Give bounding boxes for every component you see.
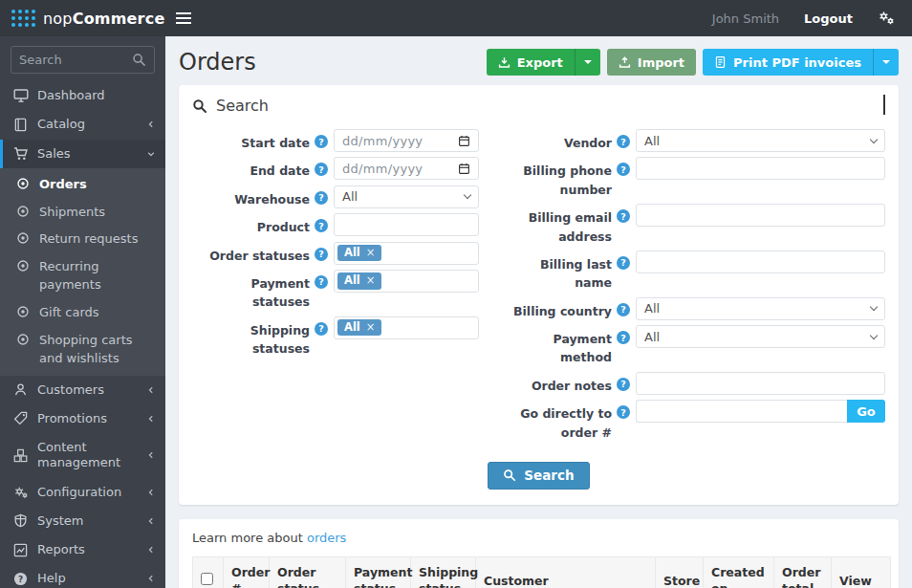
export-button[interactable]: Export [487, 49, 600, 76]
start-date-placeholder: dd/mm/yyyy [342, 134, 423, 148]
sidebar-item-system[interactable]: System [0, 507, 165, 535]
sidebar-item-label: Orders [39, 176, 87, 194]
payment-method-value: All [644, 330, 660, 344]
print-dropdown-caret[interactable] [873, 49, 899, 76]
remove-tag-icon[interactable] [366, 322, 376, 334]
search-button-label: Search [524, 468, 574, 483]
shipping-statuses-multiselect[interactable]: All [334, 316, 479, 339]
chevron-left-icon [146, 450, 156, 460]
field-order-statuses: Order statuses All [192, 242, 479, 265]
remove-tag-icon[interactable] [366, 248, 376, 259]
collapse-panel-button[interactable] [883, 97, 885, 115]
help-icon[interactable] [617, 405, 630, 419]
orders-grid-panel: Learn more about orders Order # Order st… [179, 519, 899, 588]
current-user-label: John Smith [712, 11, 779, 26]
order-notes-input[interactable] [636, 372, 885, 395]
vendor-select[interactable]: All [636, 129, 885, 152]
billing-last-name-input[interactable] [636, 250, 885, 273]
sidebar-item-label: System [37, 513, 138, 529]
sidebar-item-shopping-carts[interactable]: Shopping carts and wishlists [0, 327, 165, 373]
remove-tag-icon[interactable] [366, 275, 376, 287]
gears-icon[interactable] [878, 11, 895, 26]
help-icon[interactable] [617, 303, 630, 316]
sidebar-item-reports[interactable]: Reports [0, 535, 165, 564]
sidebar-item-content-management[interactable]: Content management [0, 433, 165, 478]
sidebar-item-recurring-payments[interactable]: Recurring payments [0, 253, 165, 299]
calendar-icon[interactable] [458, 163, 470, 175]
search-icon[interactable] [132, 53, 146, 67]
orders-docs-link[interactable]: orders [307, 531, 346, 545]
calendar-icon[interactable] [458, 135, 470, 147]
end-date-input[interactable]: dd/mm/yyyy [334, 157, 479, 180]
payment-method-label: Payment method [504, 330, 612, 367]
sidebar-item-gift-cards[interactable]: Gift cards [0, 299, 165, 327]
payment-method-select[interactable]: All [636, 325, 885, 348]
sidebar-item-sales[interactable]: Sales [0, 140, 165, 168]
go-button[interactable]: Go [847, 400, 885, 423]
tag-label: All [344, 248, 360, 259]
billing-email-input[interactable] [636, 204, 885, 227]
selected-tag: All [337, 272, 381, 290]
help-icon[interactable] [617, 163, 630, 176]
import-button-label: Import [638, 55, 684, 70]
brand-logo[interactable]: nopCommerce [0, 0, 165, 36]
chevron-down-icon [870, 303, 878, 311]
help-icon[interactable] [617, 135, 630, 148]
user-icon [12, 382, 29, 397]
sidebar-item-promotions[interactable]: Promotions [0, 404, 165, 433]
product-input[interactable] [334, 213, 479, 236]
sidebar-item-catalog[interactable]: Catalog [0, 110, 165, 139]
warehouse-select[interactable]: All [334, 185, 479, 208]
help-icon[interactable] [617, 378, 630, 391]
help-icon[interactable] [315, 219, 328, 232]
chevron-left-icon [146, 545, 156, 555]
payment-statuses-multiselect[interactable]: All [334, 270, 479, 293]
help-icon[interactable] [315, 322, 328, 336]
sidebar-item-help[interactable]: ? Help [0, 564, 165, 588]
tag-label: All [344, 275, 360, 287]
field-billing-country: Billing country All [504, 297, 885, 320]
sidebar-item-dashboard[interactable]: Dashboard [0, 81, 165, 110]
help-icon[interactable] [315, 163, 328, 176]
circle-dot-icon [16, 333, 31, 346]
logout-link[interactable]: Logout [804, 11, 853, 26]
column-payment-status: Payment status [346, 556, 411, 588]
print-pdf-invoices-button[interactable]: Print PDF invoices [703, 49, 899, 76]
vendor-label: Vendor [564, 134, 612, 152]
search-panel: Search Start date dd/mm/yyyy End date dd… [179, 85, 899, 505]
column-order-total: Order total [774, 556, 832, 588]
help-icon[interactable] [617, 209, 630, 223]
help-icon[interactable] [617, 331, 630, 344]
help-icon[interactable] [315, 248, 328, 261]
gear-icon [12, 485, 29, 500]
sidebar-item-return-requests[interactable]: Return requests [0, 226, 165, 253]
sidebar-search-input[interactable] [19, 53, 126, 67]
help-icon[interactable] [315, 191, 328, 205]
sidebar-item-configuration[interactable]: Configuration [0, 478, 165, 507]
help-icon[interactable] [315, 135, 328, 148]
hamburger-icon[interactable] [165, 0, 202, 36]
warehouse-value: All [342, 189, 358, 204]
help-icon[interactable] [315, 275, 328, 289]
select-all-checkbox[interactable] [201, 573, 213, 585]
import-button[interactable]: Import [607, 49, 696, 76]
export-dropdown-caret[interactable] [575, 49, 600, 76]
sidebar: Dashboard Catalog Sales Orders Shipments… [0, 36, 165, 588]
order-number-input[interactable] [636, 400, 847, 423]
sidebar-item-orders[interactable]: Orders [0, 171, 165, 199]
search-button[interactable]: Search [488, 462, 589, 490]
chevron-left-icon [146, 385, 156, 395]
start-date-input[interactable]: dd/mm/yyyy [334, 129, 479, 152]
help-icon[interactable] [617, 256, 630, 270]
shield-icon [12, 513, 29, 528]
search-form: Start date dd/mm/yyyy End date dd/mm/yyy… [192, 129, 885, 446]
billing-country-select[interactable]: All [636, 297, 885, 320]
learn-more-prefix: Learn more about [192, 531, 303, 545]
sidebar-item-shipments[interactable]: Shipments [0, 199, 165, 227]
field-go-to-order: Go directly to order # Go [504, 400, 885, 442]
order-statuses-multiselect[interactable]: All [334, 242, 479, 265]
column-order-number: Order # [224, 556, 270, 588]
sidebar-item-customers[interactable]: Customers [0, 376, 165, 404]
billing-phone-input[interactable] [636, 157, 885, 180]
sidebar-search-box[interactable] [11, 46, 155, 74]
